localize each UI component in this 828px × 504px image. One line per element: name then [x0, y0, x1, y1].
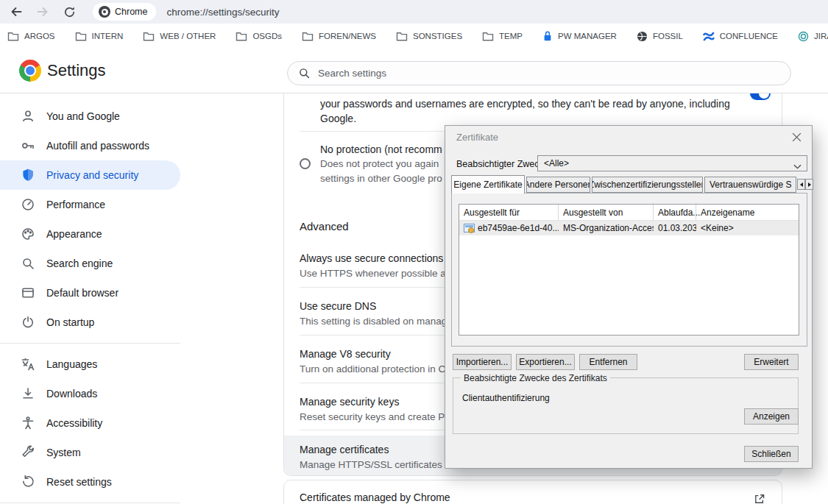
sidebar-item-system[interactable]: System: [0, 438, 180, 467]
folder-icon: [7, 32, 19, 41]
back-icon[interactable]: [6, 1, 26, 22]
reload-icon[interactable]: [59, 1, 79, 22]
row-v8-security-title[interactable]: Manage V8 security: [300, 348, 391, 360]
browser-window-icon: [21, 285, 35, 300]
bookmark-osgds[interactable]: OSGDs: [236, 32, 282, 41]
screen: Chrome chrome://settings/security ARGOS …: [0, 0, 828, 504]
site-chip[interactable]: Chrome: [93, 3, 156, 21]
no-protection-title: No protection (not recomm: [320, 143, 442, 155]
folder-icon: [75, 32, 87, 41]
chrome-certificates-card[interactable]: Certificates managed by Chrome: [283, 480, 782, 504]
encryption-note: your passwords and usernames are encrypt…: [320, 96, 762, 126]
folder-icon: [482, 32, 494, 41]
chrome-logo-icon: [19, 60, 41, 82]
settings-header: Settings: [0, 49, 828, 93]
sidebar-item-performance[interactable]: Performance: [0, 190, 180, 219]
col-ablaufdatum[interactable]: Ablaufda...: [654, 205, 696, 220]
speedometer-icon: [21, 197, 35, 212]
close-button[interactable]: Schließen: [744, 446, 799, 462]
bookmark-confluence[interactable]: CONFLUENCE: [703, 31, 778, 42]
sidebar-divider: [0, 503, 180, 503]
no-protection-desc-2: settings in other Google pro: [320, 173, 442, 184]
sidebar-item-on-startup[interactable]: On startup: [0, 308, 180, 337]
search-icon: [298, 67, 311, 79]
bookmark-intern[interactable]: INTERN: [75, 32, 124, 41]
tab-scroll-right-icon[interactable]: [805, 179, 813, 190]
sidebar-divider: [0, 343, 180, 344]
advanced-heading: Advanced: [300, 220, 349, 233]
sidebar: You and Google Autofill and passwords Pr…: [0, 93, 180, 504]
sidebar-item-default-browser[interactable]: Default browser: [0, 278, 180, 308]
bookmark-pw-manager[interactable]: PW MANAGER: [542, 30, 617, 42]
sidebar-item-privacy-security[interactable]: Privacy and security: [0, 160, 180, 190]
tab-vertrauenswuerdige[interactable]: Vertrauenswürdige S: [704, 177, 796, 193]
page-title: Settings: [47, 61, 106, 80]
sidebar-item-accessibility[interactable]: Accessibility: [0, 408, 180, 438]
key-icon: [21, 138, 35, 153]
chrome-mono-logo-icon: [99, 6, 110, 18]
accessibility-icon: [21, 416, 35, 430]
row-security-keys-title[interactable]: Manage security keys: [300, 396, 399, 408]
group-label: Beabsichtigte Zwecke des Zertifikats: [461, 373, 610, 383]
open-in-new-icon: [754, 493, 765, 504]
folder-icon: [302, 32, 314, 41]
sidebar-item-search-engine[interactable]: Search engine: [0, 249, 180, 278]
tab-eigene-zertifikate[interactable]: Eigene Zertifikate: [451, 175, 525, 194]
no-protection-desc-1: Does not protect you again: [320, 158, 439, 169]
export-button[interactable]: Exportieren...: [516, 354, 575, 370]
col-ausgestellt-von[interactable]: Ausgestellt von: [559, 205, 654, 220]
certificate-row[interactable]: eb7459ae-6e1d-40... MS-Organization-Acce…: [459, 221, 799, 235]
bookmark-sonstiges[interactable]: SONSTIGES: [396, 32, 462, 41]
bookmark-fossil[interactable]: FOSSIL: [637, 31, 683, 42]
wrench-icon: [21, 445, 35, 460]
folder-icon: [396, 32, 408, 41]
sidebar-item-languages[interactable]: Languages: [0, 349, 180, 379]
col-ausgestellt-fuer[interactable]: Ausgestellt für: [459, 205, 559, 220]
bookmark-jira[interactable]: JIRA: [798, 31, 828, 42]
sidebar-item-autofill[interactable]: Autofill and passwords: [0, 131, 180, 160]
group-value: Clientauthentifizierung: [462, 393, 550, 403]
row-secure-dns-subtitle: This setting is disabled on manag: [300, 316, 447, 327]
bookmark-foren-news[interactable]: FOREN/NEWS: [302, 32, 376, 41]
browser-toolbar: Chrome chrome://settings/security: [0, 0, 828, 24]
translate-icon: [21, 357, 35, 372]
sidebar-item-you-and-google[interactable]: You and Google: [0, 102, 180, 131]
tab-zwischenzertifizierungsstellen[interactable]: Zwischenzertifizierungsstellen: [592, 177, 703, 193]
view-button[interactable]: Anzeigen: [744, 408, 799, 425]
sidebar-item-reset-settings[interactable]: Reset settings: [0, 467, 180, 497]
bookmark-temp[interactable]: TEMP: [482, 32, 523, 41]
bookmark-argos[interactable]: ARGOS: [7, 32, 55, 41]
sidebar-item-downloads[interactable]: Downloads: [0, 379, 180, 408]
close-icon[interactable]: [791, 132, 803, 143]
no-protection-radio[interactable]: [300, 158, 311, 169]
chevron-down-icon: [793, 161, 802, 171]
tab-scroll-left-icon[interactable]: [797, 179, 805, 190]
remove-button[interactable]: Entfernen: [579, 354, 637, 370]
settings-search[interactable]: [287, 61, 791, 85]
row-secure-dns-title[interactable]: Use secure DNS: [300, 300, 376, 312]
purpose-dropdown[interactable]: <Alle>: [537, 155, 807, 171]
row-manage-certificates-title[interactable]: Manage certificates: [300, 444, 389, 455]
search-input[interactable]: [318, 68, 730, 79]
omnibox-url[interactable]: chrome://settings/security: [166, 7, 279, 18]
row-security-keys-subtitle: Reset security keys and create PIN: [300, 411, 455, 422]
advanced-button[interactable]: Erweitert: [744, 354, 799, 370]
swirl-icon: [798, 31, 809, 42]
row-secure-connections-subtitle: Use HTTPS whenever possible and: [300, 268, 457, 279]
col-anzeigename[interactable]: Anzeigename: [696, 205, 799, 220]
import-button[interactable]: Importieren...: [453, 354, 512, 370]
certificate-icon: [464, 224, 475, 233]
row-v8-security-subtitle: Turn on additional protection in C: [300, 363, 445, 375]
download-icon: [21, 386, 35, 401]
sidebar-item-appearance[interactable]: Appearance: [0, 219, 180, 249]
palette-icon: [21, 227, 35, 241]
folder-icon: [143, 32, 155, 41]
forward-icon[interactable]: [32, 1, 53, 22]
dialog-title: Zertifikate: [456, 132, 498, 143]
row-secure-connections-title[interactable]: Always use secure connections: [300, 252, 443, 264]
bookmark-web-other[interactable]: WEB / OTHER: [143, 32, 216, 41]
power-icon: [21, 315, 35, 330]
shield-icon: [21, 168, 35, 182]
tab-andere-personen[interactable]: Andere Personen: [526, 177, 590, 193]
folder-icon: [236, 32, 247, 41]
